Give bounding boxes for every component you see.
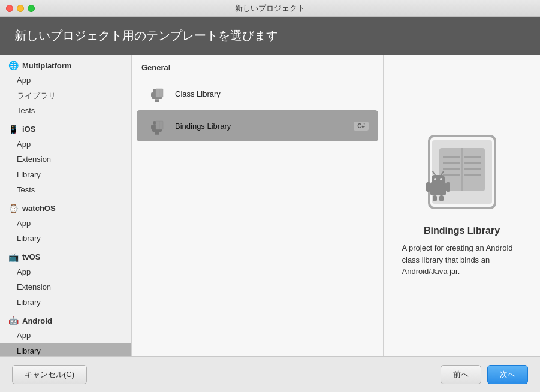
svg-rect-3 — [151, 92, 153, 97]
sidebar-item-multiplatform-tests[interactable]: Tests — [0, 103, 131, 119]
watchos-icon: ⌚ — [8, 204, 19, 213]
svg-rect-38 — [433, 195, 437, 201]
sidebar-item-multiplatform-app[interactable]: App — [0, 73, 131, 88]
detail-panel: Bindings Library A project for creating … — [384, 55, 540, 356]
detail-description: A project for creating an Android class … — [402, 242, 522, 278]
svg-rect-31 — [432, 175, 445, 185]
sidebar-section-watchos: ⌚ watchOS — [0, 198, 131, 216]
tvos-icon: 📺 — [8, 252, 19, 262]
sidebar: 🌐 Multiplatform App ライブラリ Tests 📱 iOS Ap… — [0, 55, 132, 356]
back-button[interactable]: 前へ — [441, 365, 481, 384]
sidebar-item-tvos-app[interactable]: App — [0, 264, 131, 280]
main-content: 🌐 Multiplatform App ライブラリ Tests 📱 iOS Ap… — [0, 55, 540, 356]
footer-right-buttons: 前へ 次へ — [441, 365, 528, 384]
detail-icon-area — [414, 133, 510, 213]
sidebar-section-tvos: 📺 tvOS — [0, 246, 131, 264]
header-banner: 新しいプロジェクト用のテンプレートを選びます — [0, 17, 540, 55]
sidebar-section-watchos-label: watchOS — [22, 204, 56, 213]
titlebar: 新しいプロジェクト — [0, 0, 540, 17]
detail-main-icon — [414, 133, 510, 211]
cancel-button[interactable]: キャンセル(C) — [12, 365, 87, 384]
sidebar-section-tvos-label: tvOS — [22, 252, 40, 261]
sidebar-item-ios-extension[interactable]: Extension — [0, 152, 131, 167]
ios-icon: 📱 — [8, 125, 19, 134]
sidebar-section-ios-label: iOS — [22, 125, 35, 134]
sidebar-item-watchos-library[interactable]: Library — [0, 231, 131, 246]
sidebar-section-ios: 📱 iOS — [0, 119, 131, 137]
window-title: 新しいプロジェクト — [235, 3, 305, 14]
footer: キャンセル(C) 前へ 次へ — [0, 356, 540, 392]
sidebar-section-android-label: Android — [22, 316, 52, 325]
svg-rect-15 — [157, 132, 159, 135]
bindings-library-icon-box — [146, 115, 168, 137]
traffic-lights — [6, 5, 35, 12]
sidebar-item-watchos-app[interactable]: App — [0, 216, 131, 231]
bindings-library-icon — [147, 116, 167, 135]
minimize-button[interactable] — [17, 5, 24, 12]
sidebar-item-ios-tests[interactable]: Tests — [0, 182, 131, 198]
sidebar-item-android-app[interactable]: App — [0, 328, 131, 343]
svg-rect-37 — [446, 182, 450, 192]
sidebar-item-ios-library[interactable]: Library — [0, 167, 131, 183]
sidebar-item-android-library[interactable]: Library — [0, 343, 131, 357]
svg-rect-39 — [439, 195, 444, 201]
sidebar-section-android: 🤖 Android — [0, 310, 131, 328]
header-title: 新しいプロジェクト用のテンプレートを選びます — [14, 29, 278, 42]
template-item-class-library[interactable]: Class Library — [137, 78, 378, 109]
android-icon: 🤖 — [8, 316, 19, 325]
template-list-area: General Class Library — [132, 55, 384, 356]
bindings-library-badge: C# — [354, 122, 369, 131]
class-library-icon-box — [146, 83, 168, 104]
sidebar-item-tvos-extension[interactable]: Extension — [0, 279, 131, 295]
sidebar-item-tvos-library[interactable]: Library — [0, 295, 131, 310]
class-library-name: Class Library — [175, 89, 369, 98]
maximize-button[interactable] — [28, 5, 35, 12]
bindings-library-name: Bindings Library — [175, 122, 346, 131]
next-button[interactable]: 次へ — [487, 365, 528, 384]
sidebar-section-multiplatform-label: Multiplatform — [22, 61, 71, 70]
close-button[interactable] — [6, 5, 13, 12]
svg-rect-12 — [151, 125, 153, 129]
template-item-bindings-library[interactable]: Bindings Library C# — [137, 110, 378, 141]
svg-rect-14 — [155, 132, 157, 135]
class-library-icon — [147, 84, 167, 103]
sidebar-section-multiplatform: 🌐 Multiplatform — [0, 55, 131, 73]
svg-rect-36 — [426, 182, 430, 192]
multiplatform-icon: 🌐 — [8, 61, 19, 70]
sidebar-item-multiplatform-library[interactable]: ライブラリ — [0, 88, 131, 104]
svg-rect-6 — [157, 99, 159, 102]
sidebar-item-ios-app[interactable]: App — [0, 137, 131, 152]
detail-title: Bindings Library — [424, 225, 500, 236]
template-section-label: General — [132, 55, 383, 77]
svg-rect-5 — [155, 99, 157, 102]
svg-point-32 — [434, 178, 436, 180]
svg-point-33 — [440, 178, 442, 180]
